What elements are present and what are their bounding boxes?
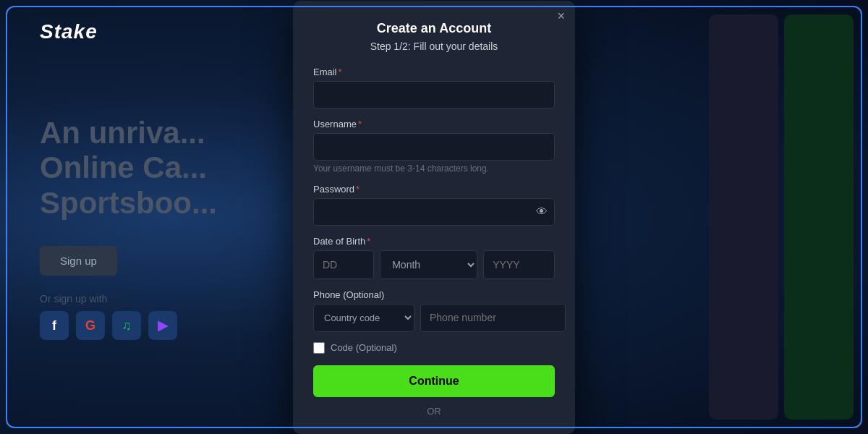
dob-day-input[interactable] xyxy=(313,250,374,279)
phone-group: Phone (Optional) Country code +1 (US) +4… xyxy=(313,289,555,332)
create-account-modal: × Create an Account Step 1/2: Fill out y… xyxy=(293,1,575,434)
modal-title: Create an Account xyxy=(313,21,555,36)
phone-row: Country code +1 (US) +44 (UK) +61 (AU) +… xyxy=(313,304,555,332)
username-hint: Your username must be 3-14 characters lo… xyxy=(313,163,555,174)
or-divider: OR xyxy=(313,406,555,417)
continue-button[interactable]: Continue xyxy=(313,365,555,397)
dob-group: Date of Birth* Month January February Ma… xyxy=(313,236,555,279)
code-label: Code (Optional) xyxy=(331,342,397,353)
dob-year-input[interactable] xyxy=(483,250,555,279)
eye-icon[interactable]: 👁 xyxy=(536,205,548,218)
password-input[interactable] xyxy=(313,198,555,226)
dob-row: Month January February March April May J… xyxy=(313,250,555,279)
phone-label: Phone (Optional) xyxy=(313,289,555,300)
modal-close-button[interactable]: × xyxy=(557,9,565,22)
phone-number-input[interactable] xyxy=(420,304,566,332)
email-input[interactable] xyxy=(313,81,555,109)
code-checkbox[interactable] xyxy=(313,342,325,354)
password-group: Password* 👁 xyxy=(313,184,555,226)
code-row: Code (Optional) xyxy=(313,342,555,354)
username-group: Username* Your username must be 3-14 cha… xyxy=(313,119,555,174)
username-input[interactable] xyxy=(313,133,555,161)
password-label: Password* xyxy=(313,184,555,195)
email-group: Email* xyxy=(313,67,555,109)
username-label: Username* xyxy=(313,119,555,129)
dob-label: Date of Birth* xyxy=(313,236,555,247)
modal-overlay: × Create an Account Step 1/2: Fill out y… xyxy=(0,0,868,434)
email-label: Email* xyxy=(313,67,555,77)
modal-step: Step 1/2: Fill out your details xyxy=(313,41,555,52)
password-wrapper: 👁 xyxy=(313,198,555,226)
country-code-select[interactable]: Country code +1 (US) +44 (UK) +61 (AU) +… xyxy=(313,304,414,332)
dob-month-select[interactable]: Month January February March April May J… xyxy=(380,250,477,279)
